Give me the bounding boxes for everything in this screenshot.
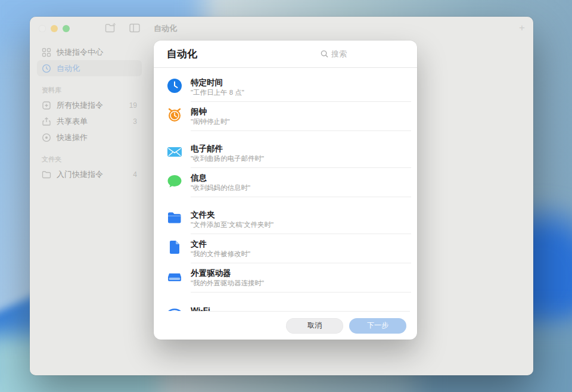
drive-icon — [167, 269, 182, 284]
file-icon — [167, 239, 182, 255]
list-item-email[interactable]: 电子邮件 "收到曲扬的电子邮件时" — [167, 139, 404, 168]
list-item-alarm[interactable]: 闹钟 "闹钟停止时" — [167, 102, 404, 131]
search-input[interactable] — [331, 49, 404, 58]
item-title: 外置驱动器 — [191, 269, 264, 278]
wifi-icon — [167, 306, 182, 311]
search-field[interactable] — [321, 49, 404, 58]
list-item-external-drive[interactable]: 外置驱动器 "我的外置驱动器连接时" — [167, 263, 404, 293]
item-title: Wi-Fi — [191, 306, 210, 311]
dialog-header: 自动化 — [154, 41, 417, 68]
item-subtitle: "文件添加至'文稿'文件夹时" — [191, 221, 273, 229]
item-subtitle: "我的外置驱动器连接时" — [191, 279, 264, 287]
item-subtitle: "闹钟停止时" — [191, 118, 230, 126]
item-subtitle: "工作日上午 8 点" — [191, 89, 244, 97]
message-icon — [167, 173, 182, 189]
item-title: 信息 — [191, 173, 250, 183]
list-item-folder[interactable]: 文件夹 "文件添加至'文稿'文件夹时" — [167, 205, 404, 234]
item-subtitle: "收到曲扬的电子邮件时" — [191, 155, 264, 163]
item-title: 特定时间 — [191, 78, 244, 88]
shortcuts-app-window: 自动化 + 快捷指令中心 自动化 资料库 — [30, 17, 533, 375]
list-item-message[interactable]: 信息 "收到妈妈的信息时" — [167, 168, 404, 197]
automation-list: 特定时间 "工作日上午 8 点" 闹钟 "闹钟停止时" — [154, 68, 417, 311]
alarm-icon — [167, 107, 182, 123]
item-title: 文件夹 — [191, 210, 273, 220]
list-item-file[interactable]: 文件 "我的文件被修改时" — [167, 234, 404, 263]
list-item-time-of-day[interactable]: 特定时间 "工作日上午 8 点" — [167, 73, 404, 102]
mail-icon — [167, 144, 182, 160]
dialog-title: 自动化 — [167, 47, 197, 61]
folder-icon — [167, 210, 182, 226]
item-subtitle: "我的文件被修改时" — [191, 250, 250, 258]
cancel-button[interactable]: 取消 — [286, 318, 343, 334]
automation-dialog: 自动化 特定时间 "工作日上午 8 点" — [154, 41, 417, 340]
search-icon — [321, 50, 328, 58]
item-title: 闹钟 — [191, 107, 230, 117]
next-button[interactable]: 下一步 — [349, 318, 406, 334]
clock-icon — [167, 78, 182, 94]
dialog-footer: 取消 下一步 — [154, 312, 417, 340]
item-title: 文件 — [191, 239, 250, 249]
item-subtitle: "收到妈妈的信息时" — [191, 184, 250, 192]
item-title: 电子邮件 — [191, 144, 264, 154]
list-item-wifi[interactable]: Wi-Fi — [167, 300, 404, 311]
